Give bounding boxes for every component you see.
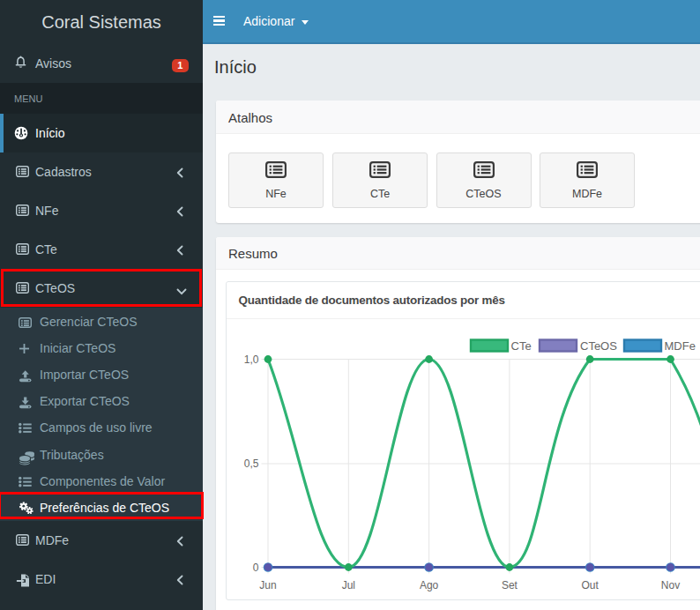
svg-text:Ago: Ago [419, 579, 438, 591]
svg-text:1,0: 1,0 [243, 353, 258, 366]
svg-text:0: 0 [252, 562, 258, 574]
svg-text:CTeOS: CTeOS [580, 339, 617, 353]
svg-text:Out: Out [581, 579, 599, 591]
svg-text:Set: Set [501, 579, 518, 591]
svg-text:Jun: Jun [259, 579, 276, 591]
svg-text:CTe: CTe [510, 339, 531, 353]
svg-text:Nov: Nov [660, 579, 679, 591]
svg-text:Jul: Jul [341, 579, 354, 591]
svg-text:0,5: 0,5 [243, 458, 258, 470]
svg-text:MDFe: MDFe [664, 339, 695, 353]
